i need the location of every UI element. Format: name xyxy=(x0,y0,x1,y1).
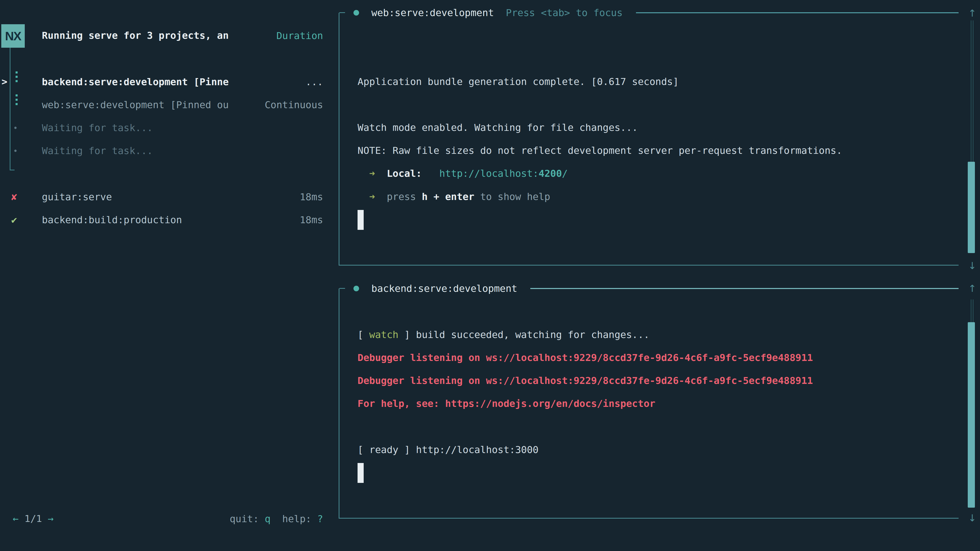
scroll-down-icon[interactable]: ↓ xyxy=(966,260,979,272)
task-right-value: 18ms xyxy=(0,191,323,203)
terminal-line: [ ready ] http://localhost:3000 xyxy=(358,444,538,456)
scroll-up-icon[interactable]: ↑ xyxy=(966,283,979,294)
terminal-text-segment: to show help xyxy=(474,191,550,202)
terminal-text-segment: Debugger listening on ws://localhost:922… xyxy=(358,375,813,386)
task-name: Waiting for task... xyxy=(42,145,153,156)
terminal-cursor xyxy=(358,210,364,230)
duration-column-header: Duration xyxy=(0,30,323,41)
terminal-cursor xyxy=(358,463,364,483)
panel-backend-serve-development: backend:serve:development [ watch ] buil… xyxy=(339,289,959,519)
terminal-text-segment xyxy=(422,168,439,179)
terminal-text-segment: ] build succeeded, watching for changes.… xyxy=(398,329,649,340)
terminal-text-segment: Debugger listening on ws://localhost:922… xyxy=(358,352,813,363)
scroll-up-icon[interactable]: ↑ xyxy=(966,8,979,19)
terminal-line: ➜ press h + enter to show help xyxy=(358,191,550,203)
terminal-text-segment: NOTE: Raw file sizes do not reflect deve… xyxy=(358,145,842,156)
scrollbar-thumb[interactable] xyxy=(968,322,975,508)
terminal-line: [ watch ] build succeeded, watching for … xyxy=(358,329,649,341)
scrollbar-track[interactable] xyxy=(971,21,974,162)
terminal-text-segment: press xyxy=(375,191,422,202)
footer-hints: quit: q help: ? xyxy=(0,513,323,524)
waiting-dot-icon xyxy=(14,127,17,129)
help-key: ? xyxy=(317,513,323,524)
terminal-line: Debugger listening on ws://localhost:922… xyxy=(358,375,813,387)
scroll-down-icon[interactable]: ↓ xyxy=(966,513,979,524)
terminal-text-segment: http://localhost: xyxy=(439,168,538,179)
terminal-text-segment: / xyxy=(562,168,568,179)
task-right-value: ... xyxy=(0,76,323,87)
terminal-output-web: Application bundle generation complete. … xyxy=(339,13,959,265)
scrollbar-track[interactable] xyxy=(971,300,974,322)
spinner-dot xyxy=(16,94,18,97)
task-name: Waiting for task... xyxy=(42,122,153,133)
terminal-line: NOTE: Raw file sizes do not reflect deve… xyxy=(358,145,842,157)
terminal-line: For help, see: https://nodejs.org/en/doc… xyxy=(358,398,655,410)
nx-tui-screen: NX Running serve for 3 projects, an Dura… xyxy=(0,0,980,551)
terminal-text-segment: Application bundle generation complete. … xyxy=(358,76,679,87)
waiting-dot-icon xyxy=(14,150,17,152)
terminal-line: Application bundle generation complete. … xyxy=(358,76,679,88)
terminal-text-segment: Local: xyxy=(387,168,422,179)
help-hint-label: help: xyxy=(282,513,311,524)
terminal-text-segment: [ ready ] http://localhost:3000 xyxy=(358,444,538,455)
quit-key: q xyxy=(265,513,270,524)
terminal-line: Watch mode enabled. Watching for file ch… xyxy=(358,122,638,134)
terminal-text-segment: h + enter xyxy=(422,191,474,202)
terminal-text-segment: ➜ xyxy=(358,168,375,179)
terminal-output-backend: [ watch ] build succeeded, watching for … xyxy=(339,289,959,518)
scrollbar-thumb[interactable] xyxy=(968,162,975,253)
task-sidebar: NX Running serve for 3 projects, an Dura… xyxy=(0,0,339,551)
terminal-text-segment: For help, see: https://nodejs.org/en/doc… xyxy=(358,398,655,410)
terminal-text-segment: ➜ xyxy=(358,191,375,202)
panel-web-serve-development: web:serve:development Press <tab> to foc… xyxy=(339,13,959,265)
terminal-text-segment: 4200 xyxy=(538,168,562,179)
terminal-line: Debugger listening on ws://localhost:922… xyxy=(358,352,813,364)
terminal-text-segment: [ xyxy=(358,329,369,340)
terminal-text-segment xyxy=(375,168,387,179)
task-right-value: Continuous xyxy=(0,99,323,110)
spinner-dot xyxy=(16,71,18,73)
task-right-value: 18ms xyxy=(0,214,323,225)
terminal-line: ➜ Local: http://localhost:4200/ xyxy=(358,168,568,180)
quit-hint-label: quit: xyxy=(230,513,259,524)
terminal-text-segment: watch xyxy=(369,329,398,340)
terminal-text-segment: Watch mode enabled. Watching for file ch… xyxy=(358,122,638,133)
